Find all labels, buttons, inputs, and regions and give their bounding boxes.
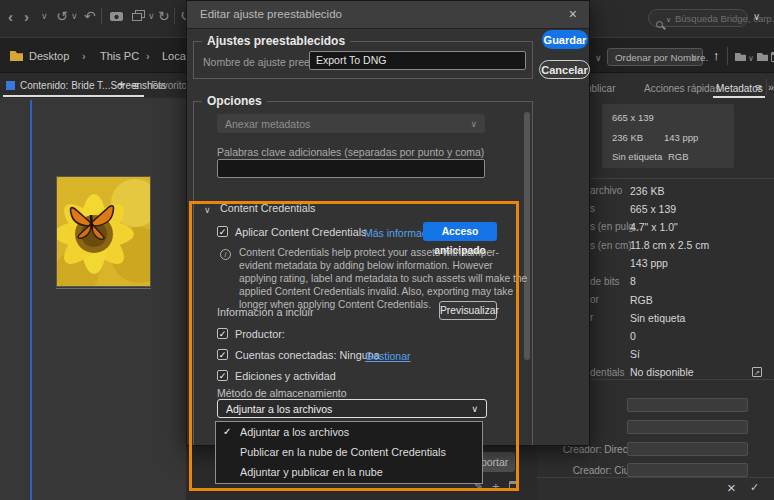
tab-content[interactable]: Contenido: Bride T...Screenshots xyxy=(20,80,166,91)
metadata-field[interactable] xyxy=(627,463,748,477)
row-label: de bits xyxy=(590,276,619,287)
tab-quick-actions[interactable]: Acciones rápidas xyxy=(644,83,720,94)
metadata-field[interactable] xyxy=(627,398,748,412)
preset-name-input[interactable]: Export To DNG xyxy=(309,51,526,70)
panel-menu-icon[interactable]: ≡ xyxy=(755,81,761,93)
row-label: s (en cm) xyxy=(590,240,632,251)
row-value: 0 xyxy=(630,330,636,342)
forward-icon[interactable]: › xyxy=(24,9,29,24)
producer-checkbox[interactable]: ✓ xyxy=(217,328,228,339)
open-recent-folder-icon[interactable] xyxy=(735,53,746,61)
cancel-metadata-icon[interactable]: × xyxy=(727,480,736,495)
refresh-icon[interactable]: ↻ xyxy=(158,9,170,23)
folder-icon xyxy=(10,51,23,61)
new-folder-icon[interactable] xyxy=(757,53,768,61)
connected-accounts-checkbox[interactable]: ✓ xyxy=(217,349,228,360)
edits-activity-checkbox[interactable]: ✓ xyxy=(217,370,228,381)
storage-method-popup: ✓ Adjuntar a los archivos Publicar en la… xyxy=(215,421,483,484)
sunflower-butterfly-thumbnail[interactable] xyxy=(56,176,151,287)
batch-dropdown-icon[interactable]: ∨ xyxy=(148,12,155,21)
storage-method-select[interactable]: Adjuntar a los archivos ∨ xyxy=(217,399,487,418)
include-info-label: Información a incluir xyxy=(217,306,314,318)
row-value: 236 KB xyxy=(630,185,664,197)
delete-preset-icon[interactable] xyxy=(509,481,518,491)
popup-option-attach-and-publish[interactable]: Adjuntar y publicar en la nube xyxy=(216,462,482,482)
row-value: 143 ppp xyxy=(630,257,668,269)
filter-dropdown-icon[interactable]: ∨ xyxy=(595,54,602,63)
content-panel: Contenido: Bride T...Screenshots + ≡ Fav… xyxy=(0,74,186,500)
presets-group-legend: Ajustes preestablecidos xyxy=(202,34,350,48)
chevron-right-icon: › xyxy=(146,50,150,62)
preview-button[interactable]: Previsualizar xyxy=(439,301,497,320)
popup-option-publish-cloud[interactable]: Publicar en la nube de Content Credentia… xyxy=(216,442,482,462)
cc-header: Content Credentials xyxy=(220,202,315,214)
metadata-field[interactable] xyxy=(627,420,748,434)
early-access-button[interactable]: Acceso anticipado xyxy=(423,222,497,241)
divider xyxy=(727,47,728,65)
panel-menu-icon[interactable]: ≡ xyxy=(132,79,139,93)
edits-activity-label: Ediciones y actividad xyxy=(235,370,336,382)
info-glyph: i xyxy=(225,250,227,259)
thumbnail-shadow xyxy=(56,288,151,289)
save-button[interactable]: Guardar xyxy=(542,30,588,49)
cancel-button[interactable]: Cancelar xyxy=(539,60,590,79)
row-label: archivo xyxy=(590,185,622,196)
history-icon[interactable]: ↺ xyxy=(56,9,68,23)
apply-cc-checkbox[interactable]: ✓ xyxy=(217,226,228,237)
breadcrumb-thispc[interactable]: This PC xyxy=(100,50,139,62)
presets-group: Ajustes preestablecidos Nombre de ajuste… xyxy=(193,41,533,79)
sort-dropdown[interactable]: Ordenar por Nombre. ∨ xyxy=(607,48,703,66)
breadcrumb-desktop[interactable]: Desktop xyxy=(29,50,69,62)
divider xyxy=(537,477,774,478)
close-icon[interactable]: × xyxy=(569,6,577,22)
keywords-input[interactable] xyxy=(217,159,485,178)
sort-ascending-icon[interactable]: ↑ xyxy=(713,48,720,63)
option-label: Publicar en la nube de Content Credentia… xyxy=(240,446,446,458)
metadata-field[interactable] xyxy=(627,442,748,456)
divider xyxy=(766,79,767,95)
manage-link[interactable]: Gestionar xyxy=(365,350,411,362)
metadata-placard: 665 x 139 236 KB 143 ppp Sin etiqueta RG… xyxy=(602,104,734,168)
nav-dropdown-icon[interactable]: ∨ xyxy=(41,12,48,21)
storage-method-value: Adjuntar a los archivos xyxy=(226,403,332,415)
apply-metadata-icon[interactable]: ✓ xyxy=(750,482,759,493)
active-tab-underline xyxy=(3,95,144,97)
chevron-down-icon: ∨ xyxy=(691,54,697,62)
check-icon: ✓ xyxy=(219,371,227,381)
tab-publish-fragment[interactable]: ublicar xyxy=(586,83,615,94)
row-value: 8 xyxy=(630,275,636,287)
append-metadata-value: Anexar metadatos xyxy=(225,118,310,130)
placard-resolution: 143 ppp xyxy=(664,132,698,143)
placard-dimensions: 665 x 139 xyxy=(612,112,654,123)
chevron-down-icon: ∨ xyxy=(471,404,478,414)
back-icon[interactable]: ‹ xyxy=(8,9,13,24)
camera-import-icon[interactable] xyxy=(110,12,123,21)
active-tab-underline xyxy=(713,96,765,98)
folder-dropdown-icon[interactable]: ∨ xyxy=(748,55,754,63)
placard-label: Sin etiqueta xyxy=(612,151,662,162)
history-dropdown-icon[interactable]: ∨ xyxy=(71,12,78,21)
add-preset-icon[interactable]: + xyxy=(492,479,500,494)
search-input[interactable]: ∨ Búsqueda Bridge, carp. xyxy=(648,9,748,27)
thumbnail-image xyxy=(57,177,150,286)
check-icon: ✓ xyxy=(219,329,227,339)
append-metadata-select[interactable]: Anexar metadatos ∨ xyxy=(217,114,485,133)
options-scrollbar[interactable] xyxy=(524,112,530,360)
row-value: Sin etiqueta xyxy=(630,312,685,324)
external-link-icon[interactable]: ↗ xyxy=(752,367,762,377)
batch-stack-icon[interactable] xyxy=(132,13,142,21)
check-icon: ✓ xyxy=(223,426,231,437)
panel-split-handle[interactable] xyxy=(30,100,32,500)
search-scope-dropdown-icon[interactable]: ∨ xyxy=(666,16,671,23)
collapse-chevron-icon[interactable]: ∨ xyxy=(204,205,211,215)
placard-file-size: 236 KB xyxy=(612,132,643,143)
boomerang-return-icon[interactable]: ↶ xyxy=(84,9,96,23)
placard-color-mode: RGB xyxy=(668,151,689,162)
dialog-titlebar[interactable]: Editar ajuste preestablecido × xyxy=(187,1,589,29)
add-tab-icon[interactable]: + xyxy=(118,78,125,92)
apply-cc-label: Aplicar Content Credentials xyxy=(235,226,366,238)
search-panel-chevron-icon[interactable]: ∨ xyxy=(753,11,760,22)
more-panels-icon[interactable]: » xyxy=(768,81,774,93)
row-value: No disponible xyxy=(630,366,694,378)
popup-option-attach-files[interactable]: ✓ Adjuntar a los archivos xyxy=(216,422,482,442)
